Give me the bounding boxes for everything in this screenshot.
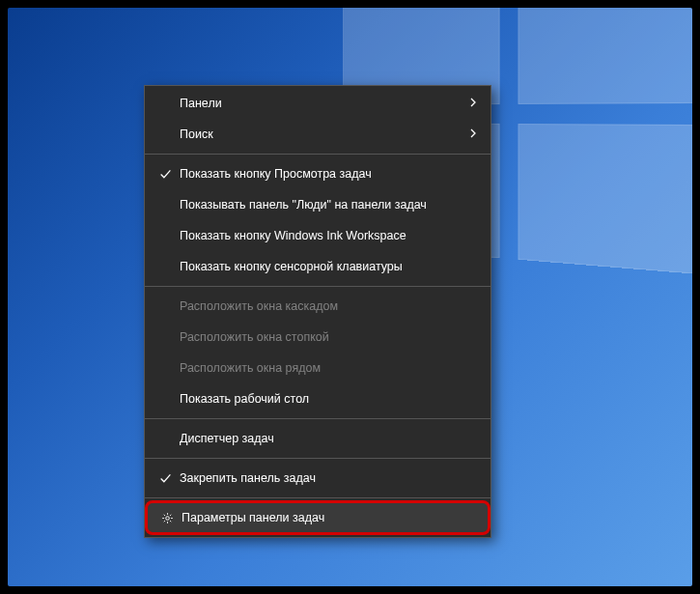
menu-item[interactable]: Показать кнопку сенсорной клавиатуры bbox=[145, 251, 490, 282]
menu-separator bbox=[145, 458, 490, 459]
menu-item[interactable]: Показывать панель "Люди" на панели задач bbox=[145, 189, 490, 220]
menu-item-label: Расположить окна стопкой bbox=[176, 330, 477, 344]
check-icon bbox=[154, 168, 176, 181]
menu-item[interactable]: Панели bbox=[145, 88, 490, 119]
menu-item[interactable]: Поиск bbox=[145, 119, 490, 150]
highlighted-menu-item: Параметры панели задач bbox=[147, 502, 489, 533]
menu-item-label: Расположить окна каскадом bbox=[176, 299, 477, 313]
menu-item[interactable]: Параметры панели задач bbox=[147, 502, 489, 533]
menu-item-label: Поиск bbox=[176, 127, 469, 141]
menu-item-label: Диспетчер задач bbox=[176, 432, 477, 445]
desktop-background: ПанелиПоискПоказать кнопку Просмотра зад… bbox=[8, 8, 692, 586]
menu-item-label: Показать кнопку сенсорной клавиатуры bbox=[176, 260, 477, 273]
menu-item-label: Показать кнопку Windows Ink Workspace bbox=[176, 229, 477, 242]
menu-item-label: Показать кнопку Просмотра задач bbox=[176, 167, 477, 181]
menu-item: Расположить окна рядом bbox=[145, 353, 490, 383]
chevron-right-icon bbox=[469, 97, 477, 110]
check-icon bbox=[154, 472, 176, 485]
menu-item-label: Закрепить панель задач bbox=[176, 471, 477, 485]
menu-item[interactable]: Показать кнопку Windows Ink Workspace bbox=[145, 220, 490, 251]
menu-item-label: Панели bbox=[176, 97, 469, 110]
chevron-right-icon bbox=[469, 127, 477, 141]
menu-item-label: Расположить окна рядом bbox=[176, 361, 477, 375]
svg-point-0 bbox=[165, 516, 169, 520]
gear-icon bbox=[156, 512, 178, 524]
menu-item: Расположить окна стопкой bbox=[145, 322, 490, 353]
menu-separator bbox=[145, 286, 490, 287]
menu-item: Расположить окна каскадом bbox=[145, 291, 490, 322]
menu-item[interactable]: Показать кнопку Просмотра задач bbox=[145, 158, 490, 189]
menu-item[interactable]: Закрепить панель задач bbox=[145, 463, 490, 494]
menu-item-label: Показывать панель "Люди" на панели задач bbox=[176, 198, 477, 212]
menu-separator bbox=[145, 154, 490, 155]
menu-item-label: Показать рабочий стол bbox=[176, 392, 477, 406]
menu-item-label: Параметры панели задач bbox=[178, 511, 475, 524]
menu-separator bbox=[145, 497, 490, 498]
taskbar-context-menu: ПанелиПоискПоказать кнопку Просмотра зад… bbox=[144, 85, 491, 538]
menu-item[interactable]: Показать рабочий стол bbox=[145, 383, 490, 414]
menu-separator bbox=[145, 418, 490, 419]
menu-item[interactable]: Диспетчер задач bbox=[145, 423, 490, 454]
